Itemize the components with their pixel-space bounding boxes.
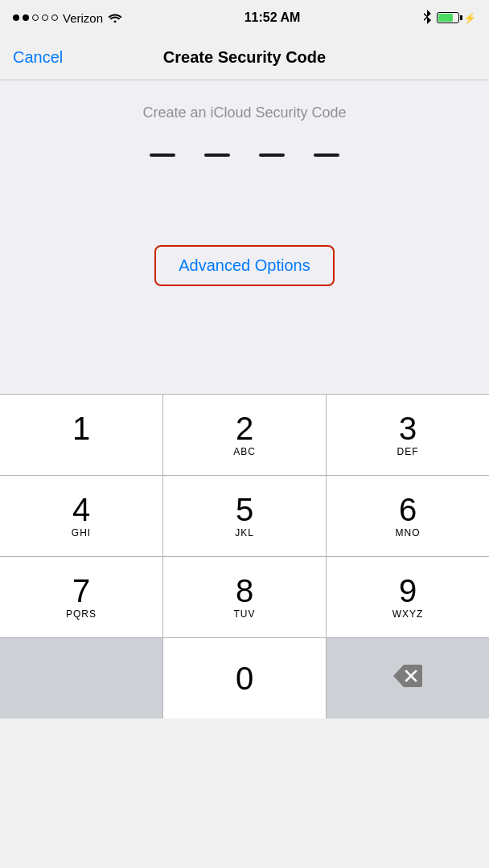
key-3[interactable]: 3 DEF <box>327 395 489 475</box>
pin-dash-3 <box>259 154 285 157</box>
status-bar: Verizon 11:52 AM ⚡ <box>0 0 489 35</box>
cancel-button[interactable]: Cancel <box>13 48 63 67</box>
key-5[interactable]: 5 JKL <box>163 476 327 556</box>
pin-dash-1 <box>150 154 175 157</box>
signal-dot-2 <box>23 14 29 21</box>
key-0[interactable]: 0 <box>163 638 327 719</box>
signal-icon <box>13 14 58 21</box>
key-1[interactable]: 1 <box>0 395 163 475</box>
page-title: Create Security Code <box>163 48 326 67</box>
numeric-keyboard: 1 2 ABC 3 DEF 4 GHI 5 JKL 6 MNO 7 PQRS <box>0 394 489 719</box>
carrier-label: Verizon <box>63 11 103 25</box>
pin-dash-4 <box>314 154 339 157</box>
delete-icon <box>393 665 422 693</box>
advanced-options-highlight: Advanced Options <box>154 245 334 286</box>
signal-dot-5 <box>51 14 58 21</box>
keyboard-row-1: 1 2 ABC 3 DEF <box>0 395 489 476</box>
key-2[interactable]: 2 ABC <box>163 395 327 475</box>
key-8[interactable]: 8 TUV <box>163 557 327 637</box>
key-9[interactable]: 9 WXYZ <box>327 557 489 637</box>
pin-dash-2 <box>204 154 230 157</box>
signal-dot-1 <box>13 14 19 21</box>
subtitle-text: Create an iCloud Security Code <box>142 104 346 121</box>
key-4[interactable]: 4 GHI <box>0 476 163 556</box>
advanced-options-button[interactable]: Advanced Options <box>179 256 310 275</box>
keyboard-row-3: 7 PQRS 8 TUV 9 WXYZ <box>0 557 489 638</box>
wifi-icon <box>108 11 122 25</box>
delete-button[interactable] <box>327 638 489 719</box>
key-7[interactable]: 7 PQRS <box>0 557 163 637</box>
pin-input-dashes <box>150 154 339 157</box>
key-6[interactable]: 6 MNO <box>327 476 489 556</box>
status-time: 11:52 AM <box>244 10 301 25</box>
keyboard-row-2: 4 GHI 5 JKL 6 MNO <box>0 476 489 557</box>
signal-dot-4 <box>42 14 48 21</box>
status-left: Verizon <box>13 11 122 25</box>
signal-dot-3 <box>32 14 39 21</box>
bluetooth-icon <box>422 10 432 27</box>
content-area: Create an iCloud Security Code Advanced … <box>0 80 489 394</box>
keyboard-row-4: 0 <box>0 638 489 719</box>
key-empty-left <box>0 638 163 719</box>
battery-icon: ⚡ <box>437 12 476 24</box>
status-right: ⚡ <box>422 10 476 27</box>
nav-bar: Cancel Create Security Code <box>0 35 489 80</box>
